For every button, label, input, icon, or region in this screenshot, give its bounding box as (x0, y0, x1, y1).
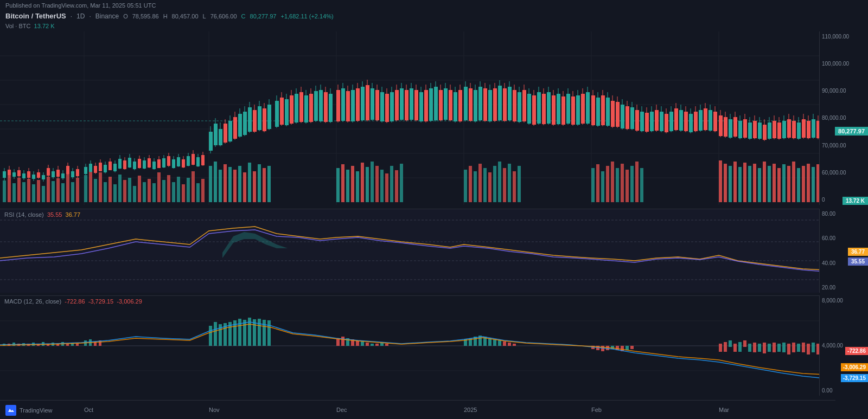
svg-rect-48 (177, 177, 180, 202)
svg-rect-540 (748, 344, 751, 352)
price-label-100k: 100,000.00 (822, 61, 866, 67)
svg-rect-84 (478, 164, 482, 202)
svg-rect-509 (366, 343, 369, 346)
svg-rect-545 (773, 343, 776, 352)
svg-rect-28 (76, 178, 79, 202)
svg-rect-45 (162, 180, 165, 202)
svg-rect-37 (123, 180, 126, 202)
svg-rect-70 (351, 166, 354, 202)
svg-rect-112 (758, 168, 761, 202)
svg-rect-497 (243, 320, 246, 346)
time-label-mar: Mar (719, 407, 729, 413)
svg-rect-107 (733, 162, 737, 202)
svg-rect-87 (493, 166, 496, 202)
rsi-val1: 35.55 (47, 211, 62, 218)
svg-rect-13 (3, 181, 6, 202)
svg-rect-113 (763, 162, 766, 202)
svg-rect-121 (802, 166, 805, 202)
svg-rect-115 (773, 164, 776, 202)
macd-badge-orange: -3,006.29 (841, 363, 868, 371)
volume-label: Vol · BTC (5, 23, 30, 29)
svg-rect-504 (341, 337, 344, 346)
rsi-label: RSI (14, close) 35.55 36.77 (4, 211, 80, 218)
svg-rect-39 (133, 186, 136, 202)
published-header: Published on TradingView.com, Mar 11, 20… (5, 2, 156, 9)
svg-rect-23 (52, 181, 55, 202)
rsi-level-80: 80.00 (822, 211, 866, 217)
macd-badge-red: -722.86 (845, 347, 868, 355)
exchange-value: Binance (95, 12, 119, 20)
svg-rect-94 (596, 164, 599, 202)
tv-brand-text: TradingView (20, 407, 53, 414)
svg-rect-120 (797, 168, 800, 202)
title-bar: Bitcoin / TetherUS · 1D · Binance O 78,5… (5, 12, 334, 20)
macd-level-0: 0.00 (822, 388, 866, 394)
svg-rect-550 (797, 344, 800, 352)
svg-rect-78 (390, 166, 393, 202)
svg-rect-90 (508, 164, 511, 202)
svg-rect-490 (209, 326, 212, 346)
price-label-60k: 60,000.00 (822, 170, 866, 176)
timeframe-value: 1D (76, 12, 85, 20)
macd-label: MACD (12, 26, close) -722.86 -3,729.15 -… (4, 298, 142, 305)
svg-rect-523 (508, 343, 511, 346)
svg-rect-74 (371, 162, 374, 202)
svg-rect-109 (743, 163, 746, 202)
svg-rect-119 (792, 162, 795, 202)
svg-rect-20 (37, 180, 40, 202)
macd-axis: 8,000.00 4,000.00 0.00 -722.86 -3,006.29… (819, 295, 868, 396)
high-value: 80,457.00 (172, 13, 199, 20)
svg-rect-27 (71, 182, 74, 202)
svg-rect-111 (753, 164, 756, 202)
svg-rect-122 (807, 164, 810, 202)
rsi-badge-purple: 35.55 (848, 257, 868, 266)
svg-rect-116 (777, 168, 781, 202)
macd-level-8k: 8,000.00 (822, 298, 866, 304)
low-value: 76,606.00 (210, 13, 237, 20)
svg-rect-86 (488, 172, 492, 202)
svg-rect-502 (267, 320, 271, 346)
change-value: +1,682.11 (+2.14%) (280, 13, 333, 20)
macd-badge-blue: -3,729.15 (841, 374, 868, 382)
svg-rect-30 (89, 171, 92, 202)
svg-rect-100 (626, 170, 629, 202)
svg-rect-538 (738, 342, 742, 352)
svg-rect-520 (493, 339, 496, 346)
volume-value: 13.72 K (34, 23, 55, 29)
rsi-axis: 80.00 60.00 40.00 20.00 36.77 35.55 (819, 209, 868, 293)
svg-rect-513 (385, 344, 388, 346)
svg-rect-49 (182, 184, 185, 202)
svg-rect-76 (380, 170, 384, 202)
svg-rect-31 (94, 179, 97, 202)
svg-rect-548 (787, 344, 790, 354)
svg-rect-491 (214, 322, 217, 346)
timeframe-label: · (71, 12, 72, 20)
svg-rect-64 (258, 164, 261, 202)
svg-rect-66 (267, 166, 271, 202)
svg-rect-511 (375, 344, 379, 346)
price-label-110k: 110,000.00 (822, 34, 866, 40)
svg-rect-80 (400, 164, 403, 202)
svg-rect-547 (782, 343, 786, 352)
svg-rect-43 (152, 183, 156, 202)
svg-rect-51 (192, 171, 195, 202)
svg-rect-104 (719, 160, 722, 202)
svg-rect-21 (42, 186, 45, 202)
svg-rect-89 (503, 168, 506, 202)
price-label-80k: 80,000.00 (822, 115, 866, 121)
time-label-nov: Nov (209, 407, 220, 413)
svg-rect-19 (32, 184, 35, 202)
svg-rect-73 (366, 167, 369, 202)
close-label: C (241, 13, 246, 20)
svg-rect-35 (113, 184, 117, 202)
ohlc-bar: O 78,595.86 H 80,457.00 L 76,606.00 C 80… (123, 13, 334, 20)
svg-rect-543 (763, 343, 766, 353)
open-label: O (123, 13, 128, 20)
high-label: H (163, 13, 168, 20)
svg-rect-110 (748, 166, 751, 202)
time-label-oct: Oct (84, 407, 93, 413)
svg-rect-58 (228, 167, 232, 202)
close-value: 80,277.97 (250, 13, 277, 20)
svg-rect-522 (503, 341, 506, 346)
svg-rect-44 (157, 172, 161, 202)
